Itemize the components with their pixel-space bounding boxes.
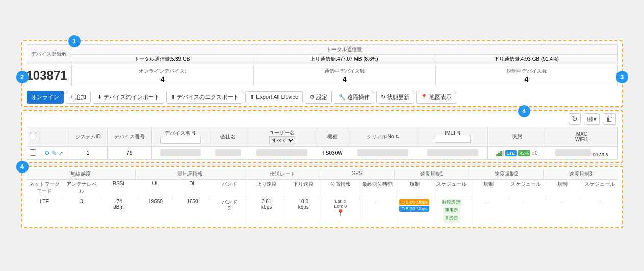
cell-company (215, 149, 241, 156)
col-device-no: デバイス番号 (107, 127, 151, 146)
stats-section: デバイス登録数 トータル通信量 トータル通信量:5.39 GB 上り通信量:47… (22, 41, 622, 88)
sub-speed1-sched: スケジュール (433, 180, 471, 196)
sub-speed3-sched: スケジュール (581, 180, 618, 196)
cell-status: LTE 42% ⌂0 (487, 146, 546, 159)
communicating-count: 4 (257, 75, 432, 83)
devices-label: デバイス登録数 (27, 44, 71, 64)
detail-header-speed3: 速度規制3 (544, 169, 617, 179)
import-button[interactable]: ⬇ デバイスのインポート (93, 91, 164, 104)
toolbar: オンライン + 追加 ⬇ デバイスのインポート ⬆ デバイスのエクスポート ⬆ … (22, 88, 622, 106)
location-pin-icon: 📍 (324, 209, 357, 217)
sub-speed2-sched: スケジュール (507, 180, 545, 196)
data-rssi: -74dBm (100, 196, 138, 225)
detail-header-speed1: 速度規制1 (395, 169, 469, 179)
status-update-button[interactable]: ↻ 状態更新 (376, 91, 414, 104)
detail-header-rate: 伝送レート (245, 169, 320, 179)
cell-serial (357, 149, 408, 156)
refresh-table-button[interactable]: ↻ (569, 113, 581, 125)
col-imei: IMEI ⇅ (418, 127, 488, 146)
online-label: オンラインデバイス: (75, 68, 250, 75)
badge-4a: 4 (518, 105, 530, 117)
delete-button[interactable]: 🗑 (603, 113, 616, 125)
regulated-count: 4 (439, 75, 614, 83)
row-action-icons: ⚙ ✎ ↗ (42, 150, 66, 157)
regulated-label: 規制中デバイス数 (439, 68, 614, 75)
lte-badge: LTE (505, 150, 517, 156)
data-speed1-reg: U 5.00 Mbps D 5.00 Mbps (396, 196, 433, 225)
detail-header-base: 基地局情報 (136, 169, 245, 179)
data-antenna: 3 (63, 196, 100, 225)
export-button[interactable]: ⬆ デバイスのエクスポート (166, 91, 243, 104)
detail-header-row: 無線感度 基地局情報 伝送レート GPS 速度規制1 速度規制2 速度規制3 (27, 169, 618, 180)
imei-filter[interactable] (435, 136, 471, 143)
data-speed2-schedule: - (507, 196, 545, 225)
communicating-label: 通信中デバイス数 (257, 68, 432, 75)
data-location: Lat: 0 Lon: 0 📍 (322, 196, 359, 225)
settings-button[interactable]: ⚙ 設定 (305, 91, 332, 104)
data-speed1-schedule: 時段設定 運用定 月設定 (433, 196, 471, 225)
sub-ul: UL (137, 180, 174, 196)
badge-1: 1 (68, 35, 81, 47)
speed1-upload-badge: U 5.00 Mbps (399, 199, 429, 205)
sub-band: バンド (211, 180, 248, 196)
col-status: 状態 (487, 127, 546, 146)
cell-imei (427, 149, 478, 156)
row-checkbox[interactable] (30, 149, 36, 156)
gear-icon: ⚙ (310, 94, 315, 101)
columns-button[interactable]: ⊞▾ (584, 113, 600, 125)
map-icon: 📍 (421, 94, 428, 101)
sub-network-mode: ネットワークモード (27, 180, 64, 196)
col-serial: シリアルNo ⇅ (348, 127, 418, 146)
sub-speed2-reg: 規制 (470, 180, 507, 196)
data-network-mode: LTE (27, 196, 64, 225)
import-icon: ⬇ (97, 94, 102, 101)
device-count: 103871 (27, 68, 67, 83)
edit-row-icon[interactable]: ✎ (51, 150, 57, 157)
settings-row-icon[interactable]: ⚙ (44, 150, 50, 157)
cell-system-id: 1 (69, 146, 107, 159)
detail-header-speed2: 速度規制2 (469, 169, 544, 179)
data-dl: 1650 (174, 196, 212, 225)
sub-upload-speed: 上り速度 (248, 180, 286, 196)
link-row-icon[interactable]: ↗ (58, 150, 63, 157)
remote-button[interactable]: 🔧 遠隔操作 (334, 91, 374, 104)
detail-header-wireless: 無線感度 (27, 169, 136, 179)
time-badge-1: 時段設定 (441, 199, 462, 206)
cell-username (256, 149, 307, 156)
map-button[interactable]: 📍 地図表示 (416, 91, 456, 104)
speed1-download-badge: D 5.00 Mbps (399, 206, 429, 212)
badge-3: 3 (616, 71, 628, 83)
download-value: 下り通信量:4.93 GB (91.4%) (435, 55, 617, 64)
network-icon: ⌂0 (532, 150, 538, 156)
cell-device-no: 79 (107, 146, 151, 159)
devices-table-container: システムID デバイス番号 デバイス名 ⇅ 会社名 ユーザー名 すべて (27, 127, 618, 160)
username-filter[interactable]: すべて (269, 136, 295, 144)
export-all-button[interactable]: ⬆ Export All Device (245, 91, 303, 103)
sub-location: 位置情報 (322, 180, 359, 196)
cell-model: FS030W (317, 146, 348, 159)
refresh-icon: ↻ (381, 94, 385, 101)
export-icon: ⬆ (171, 94, 175, 101)
upload-value: 上り通信量:477.07 MB (8.6%) (253, 55, 435, 64)
sub-antenna: アンテナレベル (63, 180, 100, 196)
data-speed2-reg: - (470, 196, 507, 225)
battery-badge: 42% (518, 150, 530, 156)
select-all-checkbox[interactable] (30, 133, 36, 139)
col-device-name: デバイス名 ⇅ (152, 127, 209, 146)
add-button[interactable]: + 追加 (66, 91, 91, 104)
badge-2: 2 (16, 71, 29, 83)
sub-download-speed: 下り速度 (285, 180, 322, 196)
wrench-icon: 🔧 (339, 94, 346, 101)
online-button[interactable]: オンライン (27, 91, 64, 104)
device-name-filter[interactable] (160, 137, 201, 144)
detail-data-row: LTE 3 -74dBm 19650 1650 バンド3 3.61kbps 10… (27, 196, 618, 225)
col-system-id: システムID (69, 127, 107, 146)
col-company: 会社名 (209, 127, 247, 146)
col-model: 機種 (317, 127, 348, 146)
badge-4b: 4 (16, 161, 29, 173)
time-badge-2: 運用定 (443, 207, 460, 214)
data-speed3-reg: - (544, 196, 581, 225)
data-download-speed: 10.0kbps (285, 196, 322, 225)
data-speed3-schedule: - (581, 196, 618, 225)
sub-speed1-reg: 規制 (396, 180, 433, 196)
